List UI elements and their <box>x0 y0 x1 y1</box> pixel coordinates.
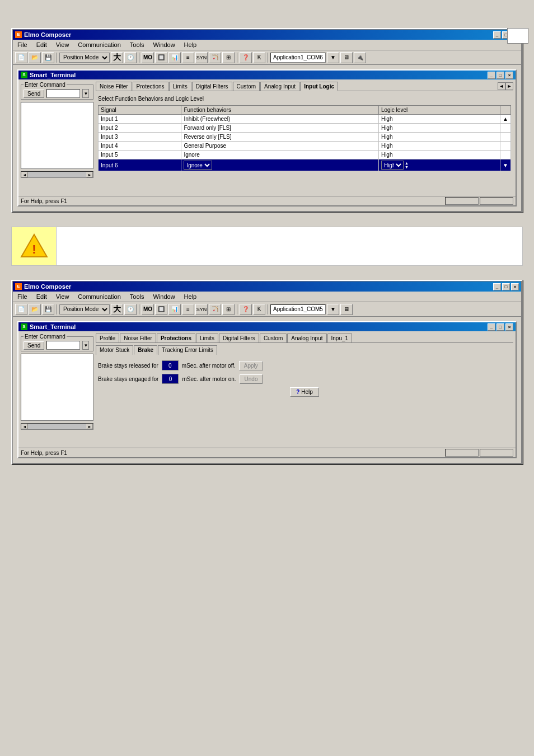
mode-dropdown-2[interactable]: Position Mode <box>59 304 110 314</box>
toolbar-btn-m3[interactable]: 📊 <box>168 52 181 63</box>
toolbar-save-btn[interactable]: 💾 <box>42 52 54 63</box>
toolbar-monitor-btn[interactable]: 🖥 <box>340 52 353 63</box>
toolbar-btn-big[interactable]: 大 <box>111 52 123 63</box>
toolbar-btn-arrow-2[interactable]: 🏹 <box>209 304 221 315</box>
tab-analog-input-2[interactable]: Analog Input <box>287 334 326 342</box>
menu-view-2[interactable]: View <box>54 293 72 300</box>
h-scrollbar-1[interactable]: ◄ ► <box>21 171 93 178</box>
brake-engaged-input[interactable] <box>162 374 179 384</box>
tab-digital-filters-2[interactable]: Digital Filters <box>219 334 259 342</box>
menu-window-2[interactable]: Window <box>151 293 177 300</box>
toolbar-btn-k-2[interactable]: K <box>253 304 265 315</box>
mode-dropdown[interactable]: Position Mode <box>59 53 110 63</box>
scroll-right-btn-1[interactable]: ► <box>86 172 93 177</box>
toolbar-btn-q1[interactable]: ❓ <box>240 52 252 63</box>
tab-protections-2[interactable]: Protections <box>157 334 195 343</box>
toolbar-save-btn-2[interactable]: 💾 <box>42 304 54 315</box>
brake-released-apply-btn[interactable]: Apply <box>239 361 263 370</box>
menu-file-1[interactable]: File <box>15 41 30 49</box>
toolbar-connect-btn[interactable]: 🔌 <box>354 52 366 63</box>
tab-input-logic-1[interactable]: Input Logic <box>300 82 338 91</box>
menu-help-2[interactable]: Help <box>182 293 199 300</box>
toolbar-btn-clock[interactable]: 🕐 <box>124 52 137 63</box>
menu-edit-1[interactable]: Edit <box>34 41 49 49</box>
send-button-2[interactable]: Send <box>24 341 44 350</box>
toolbar-btn-arrow[interactable]: 🏹 <box>209 52 221 63</box>
table-row-selected[interactable]: Input 6 Ignore <box>99 159 511 171</box>
toolbar-open-btn[interactable]: 📂 <box>29 52 41 63</box>
minimize-btn-2[interactable]: _ <box>493 283 501 290</box>
toolbar-btn-grid-2[interactable]: ⊞ <box>222 304 235 315</box>
menu-communication-2[interactable]: Communication <box>76 293 123 300</box>
st-close-btn-2[interactable]: × <box>505 323 513 331</box>
toolbar-btn-q1-2[interactable]: ❓ <box>240 304 252 315</box>
tab-custom-2[interactable]: Custom <box>260 334 287 342</box>
minimize-btn-1[interactable]: _ <box>493 31 501 39</box>
toolbar-appdown-btn-2[interactable]: ▼ <box>327 304 339 315</box>
tab-noise-filter-1[interactable]: Noise Filter <box>96 82 132 91</box>
toolbar-btn-m2-2[interactable]: 🔲 <box>155 304 167 315</box>
tab-digital-filters-1[interactable]: Digital Filters <box>192 82 232 91</box>
help-button[interactable]: ? Help <box>290 387 319 397</box>
send-dropdown-btn-1[interactable]: ▼ <box>82 89 89 98</box>
toolbar-appdown-btn[interactable]: ▼ <box>327 52 339 63</box>
brake-engaged-undo-btn[interactable]: Undo <box>240 374 263 384</box>
toolbar-monitor-btn-2[interactable]: 🖥 <box>340 304 353 315</box>
st-maximize-btn-1[interactable]: □ <box>496 72 504 79</box>
brake-tab-tracking[interactable]: Tracking Error Limits <box>158 345 217 355</box>
toolbar-open-btn-2[interactable]: 📂 <box>29 304 41 315</box>
tab-nav-right-1[interactable]: ► <box>505 82 513 90</box>
menu-window-1[interactable]: Window <box>151 41 177 49</box>
tab-custom-1[interactable]: Custom <box>233 82 260 91</box>
brake-released-input[interactable] <box>162 360 179 370</box>
logic-down-6[interactable]: ▼ <box>405 165 409 169</box>
st-close-btn-1[interactable]: × <box>505 72 513 79</box>
menu-communication-1[interactable]: Communication <box>76 41 123 49</box>
toolbar-btn-eq[interactable]: ≡ <box>182 52 194 63</box>
tab-limits-2[interactable]: Limits <box>196 334 218 342</box>
logic-select-6[interactable]: High <box>381 161 404 170</box>
brake-tab-brake[interactable]: Brake <box>134 345 157 355</box>
toolbar-btn-k[interactable]: K <box>253 52 265 63</box>
st-maximize-btn-2[interactable]: □ <box>496 323 504 331</box>
toolbar-btn-big-2[interactable]: 大 <box>111 304 123 315</box>
tab-limits-1[interactable]: Limits <box>169 82 191 91</box>
logic-up-6[interactable]: ▲ <box>405 161 409 165</box>
brake-tab-motorstuck[interactable]: Motor Stuck <box>96 345 133 355</box>
tab-analog-input-1[interactable]: Analog Input <box>260 82 299 91</box>
menu-tools-2[interactable]: Tools <box>128 293 147 300</box>
tab-noise-filter-2[interactable]: Noise Filter <box>120 334 156 342</box>
tab-inpu1-2[interactable]: Inpu_1 <box>327 334 353 342</box>
toolbar-btn-grid[interactable]: ⊞ <box>222 52 235 63</box>
scroll-left-btn-2[interactable]: ◄ <box>21 424 28 429</box>
tab-protections-1[interactable]: Protections <box>133 82 168 91</box>
h-scrollbar-2[interactable]: ◄ ► <box>21 423 93 430</box>
send-input-2[interactable] <box>46 341 80 350</box>
toolbar-btn-m1-2[interactable]: MO <box>142 304 154 315</box>
toolbar-new-btn-2[interactable]: 📄 <box>15 304 27 315</box>
menu-file-2[interactable]: File <box>15 293 30 300</box>
menu-tools-1[interactable]: Tools <box>128 41 147 49</box>
menu-edit-2[interactable]: Edit <box>34 293 49 300</box>
tab-nav-left-1[interactable]: ◄ <box>498 82 505 90</box>
tab-profile-2[interactable]: Profile <box>96 334 119 342</box>
st-minimize-btn-2[interactable]: _ <box>488 323 495 331</box>
send-button-1[interactable]: Send <box>24 90 44 98</box>
scroll-right-btn-2[interactable]: ► <box>86 424 93 429</box>
function-select-6[interactable]: Ignore <box>184 161 212 170</box>
toolbar-btn-m3-2[interactable]: 📊 <box>168 304 181 315</box>
toolbar-btn-m2[interactable]: 🔲 <box>155 52 167 63</box>
toolbar-btn-syn-2[interactable]: SYN <box>195 304 208 315</box>
maximize-btn-2[interactable]: □ <box>502 283 510 290</box>
toolbar-btn-eq-2[interactable]: ≡ <box>182 304 194 315</box>
send-input-1[interactable] <box>46 89 80 98</box>
menu-help-1[interactable]: Help <box>182 41 199 49</box>
menu-view-1[interactable]: View <box>54 41 72 49</box>
scroll-left-btn-1[interactable]: ◄ <box>21 172 28 177</box>
toolbar-btn-syn[interactable]: SYN <box>195 52 208 63</box>
st-minimize-btn-1[interactable]: _ <box>488 72 495 79</box>
send-dropdown-btn-2[interactable]: ▼ <box>82 341 89 350</box>
toolbar-btn-m1[interactable]: MO <box>142 52 154 63</box>
toolbar-btn-clock-2[interactable]: 🕐 <box>124 304 137 315</box>
close-btn-2[interactable]: × <box>511 283 519 290</box>
